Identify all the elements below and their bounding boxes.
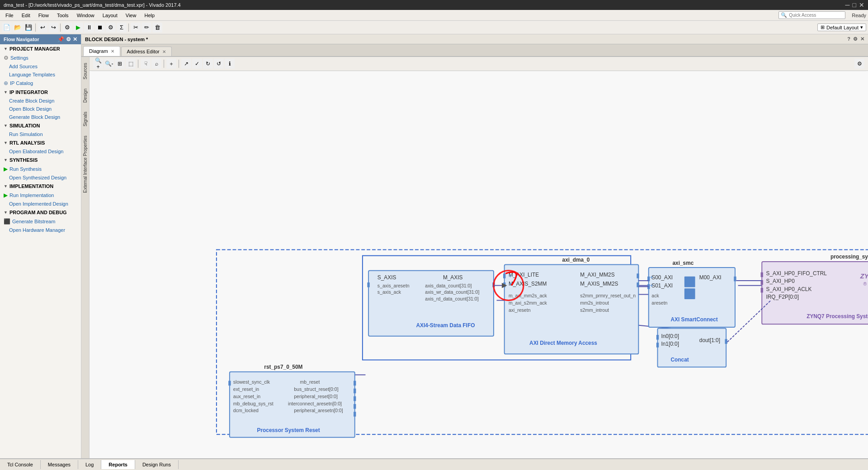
edit-btn[interactable]: ✏ bbox=[142, 23, 151, 33]
nav-run-impl-label: Run Implementation bbox=[9, 193, 54, 198]
nav-open-synthesized[interactable]: Open Synthesized Design bbox=[0, 174, 81, 182]
nav-run-synthesis[interactable]: ▶ Run Synthesis bbox=[0, 164, 81, 174]
wire-btn[interactable]: ↗ bbox=[181, 59, 191, 69]
stop-btn[interactable]: ⏹ bbox=[95, 23, 105, 33]
bottom-tab-reports[interactable]: Reports bbox=[101, 460, 135, 469]
nav-open-block-design[interactable]: Open Block Design bbox=[0, 105, 81, 113]
flow-nav-pin[interactable]: 📌 bbox=[57, 36, 64, 42]
nav-create-block-design[interactable]: Create Block Design bbox=[0, 97, 81, 105]
fit-btn[interactable]: ⊞ bbox=[115, 59, 125, 69]
bd-help-icon[interactable]: ? bbox=[847, 36, 850, 42]
add-ip-btn[interactable]: ＋ bbox=[166, 59, 176, 69]
zoom-in-btn[interactable]: 🔍+ bbox=[93, 59, 103, 69]
close-btn[interactable]: ✕ bbox=[859, 1, 864, 9]
window-controls: ─ □ ✕ bbox=[845, 1, 864, 9]
tab-address-editor-close[interactable]: ✕ bbox=[162, 49, 166, 54]
bottom-tab-messages[interactable]: Messages bbox=[41, 460, 78, 469]
nav-generate-block-design[interactable]: Generate Block Design bbox=[0, 113, 81, 121]
section-ip-integrator-header[interactable]: ▼ IP INTEGRATOR bbox=[0, 88, 81, 97]
diag-settings-btn[interactable]: ⚙ bbox=[854, 59, 864, 69]
bd-close-icon[interactable]: ✕ bbox=[860, 36, 864, 42]
save-btn[interactable]: 💾 bbox=[24, 23, 33, 33]
compile-btn[interactable]: ⚙ bbox=[62, 23, 72, 33]
svg-rect-37 bbox=[503, 273, 505, 278]
tab-diagram-label: Diagram bbox=[89, 48, 108, 54]
nav-add-sources[interactable]: Add Sources bbox=[0, 62, 81, 70]
side-tab-sources[interactable]: Sources bbox=[81, 59, 90, 84]
redo-btn[interactable]: ↪ bbox=[48, 23, 58, 33]
run-btn[interactable]: ▶ bbox=[73, 23, 83, 33]
settings-btn[interactable]: ⚙ bbox=[106, 23, 116, 33]
select-btn[interactable]: ⬚ bbox=[126, 59, 136, 69]
tab-diagram-close[interactable]: ✕ bbox=[111, 49, 114, 54]
svg-text:M_AXI_MM2S: M_AXI_MM2S bbox=[580, 272, 615, 278]
svg-rect-54 bbox=[734, 277, 736, 282]
section-project-manager-header[interactable]: ▼ PROJECT MANAGER bbox=[0, 44, 81, 53]
menu-layout[interactable]: Layout bbox=[99, 12, 121, 19]
zoom-out-btn[interactable]: 🔍- bbox=[104, 59, 114, 69]
menu-file[interactable]: File bbox=[2, 12, 17, 19]
bottom-tab-tcl[interactable]: Tcl Console bbox=[0, 460, 41, 469]
toolbar-sep-2 bbox=[60, 24, 61, 32]
side-tab-design[interactable]: Design bbox=[81, 85, 90, 107]
rotate-btn[interactable]: ↺ bbox=[214, 59, 224, 69]
tab-bar: Diagram ✕ Address Editor ✕ bbox=[81, 44, 868, 57]
nav-open-hardware-manager[interactable]: Open Hardware Manager bbox=[0, 226, 81, 234]
nav-open-elaborated[interactable]: Open Elaborated Design bbox=[0, 147, 81, 155]
diagram-canvas[interactable]: S_AXIS s_axis_aresetn s_axis_ack M_AXIS … bbox=[90, 71, 868, 458]
flow-nav-settings[interactable]: ⚙ bbox=[66, 36, 71, 42]
bd-header-controls: ? ⚙ ✕ bbox=[847, 36, 864, 42]
menu-tools[interactable]: Tools bbox=[53, 12, 72, 19]
menu-edit[interactable]: Edit bbox=[18, 12, 34, 19]
pause-btn[interactable]: ⏸ bbox=[84, 23, 94, 33]
info-btn[interactable]: ℹ bbox=[225, 59, 235, 69]
nav-settings[interactable]: ⚙ Settings bbox=[0, 53, 81, 62]
nav-run-implementation[interactable]: ▶ Run Implementation bbox=[0, 191, 81, 200]
section-rtl-analysis-header[interactable]: ▼ RTL ANALYSIS bbox=[0, 138, 81, 147]
new-btn[interactable]: 📄 bbox=[2, 23, 12, 33]
magnifier-btn[interactable]: ⌕ bbox=[151, 59, 161, 69]
section-program-debug-header[interactable]: ▼ PROGRAM AND DEBUG bbox=[0, 208, 81, 217]
tab-diagram[interactable]: Diagram ✕ bbox=[83, 46, 120, 56]
menu-window[interactable]: Window bbox=[73, 12, 98, 19]
triangle-icon: ▼ bbox=[4, 210, 8, 215]
validate-btn[interactable]: ✓ bbox=[192, 59, 202, 69]
diagram-toolbar: 🔍+ 🔍- ⊞ ⬚ ☟ ⌕ ＋ ↗ ✓ ↻ ↺ ℹ ⚙ bbox=[90, 57, 868, 71]
nav-open-implemented[interactable]: Open Implemented Design bbox=[0, 200, 81, 208]
layout-selector[interactable]: ⊞ Default Layout ▾ bbox=[817, 24, 866, 31]
hand-btn[interactable]: ☟ bbox=[141, 59, 151, 69]
nav-language-templates[interactable]: Language Templates bbox=[0, 70, 81, 79]
flow-nav-close[interactable]: ✕ bbox=[73, 36, 77, 42]
triangle-icon: ▼ bbox=[4, 90, 8, 94]
minimize-btn[interactable]: ─ bbox=[845, 1, 850, 9]
open-btn[interactable]: 📂 bbox=[13, 23, 23, 33]
bottom-panel: Tcl Console Messages Log Reports Design … bbox=[0, 458, 868, 470]
sum-btn[interactable]: Σ bbox=[117, 23, 127, 33]
block-design-header: BLOCK DESIGN - system * ? ⚙ ✕ bbox=[81, 34, 868, 44]
bd-settings-icon[interactable]: ⚙ bbox=[853, 36, 858, 42]
tab-address-editor[interactable]: Address Editor ✕ bbox=[121, 47, 172, 56]
refresh-btn[interactable]: ↻ bbox=[203, 59, 213, 69]
menu-help[interactable]: Help bbox=[141, 12, 158, 19]
svg-text:bus_struct_reset[0:0]: bus_struct_reset[0:0] bbox=[294, 386, 338, 392]
bottom-tab-log[interactable]: Log bbox=[78, 460, 101, 469]
section-synthesis-header[interactable]: ▼ SYNTHESIS bbox=[0, 155, 81, 164]
quick-access-search[interactable]: 🔍 bbox=[778, 11, 845, 19]
svg-text:axi_dma_0: axi_dma_0 bbox=[562, 257, 590, 263]
nav-run-simulation[interactable]: Run Simulation bbox=[0, 130, 81, 138]
nav-ip-catalog[interactable]: ⊕ IP Catalog bbox=[0, 79, 81, 88]
menu-view[interactable]: View bbox=[122, 12, 140, 19]
triangle-icon: ▼ bbox=[4, 158, 8, 162]
side-tab-signals[interactable]: Signals bbox=[81, 108, 90, 131]
del-btn[interactable]: 🗑 bbox=[152, 23, 162, 33]
section-implementation-header[interactable]: ▼ IMPLEMENTATION bbox=[0, 182, 81, 191]
menu-flow[interactable]: Flow bbox=[35, 12, 52, 19]
cut-btn[interactable]: ✂ bbox=[131, 23, 141, 33]
side-tab-ext-props[interactable]: External Interface Properties bbox=[81, 132, 90, 197]
nav-generate-bitstream[interactable]: ⬛ Generate Bitstream bbox=[0, 217, 81, 226]
undo-btn[interactable]: ↩ bbox=[38, 23, 47, 33]
bottom-tab-design-runs[interactable]: Design Runs bbox=[135, 460, 179, 469]
search-input[interactable] bbox=[789, 13, 843, 18]
section-simulation-header[interactable]: ▼ SIMULATION bbox=[0, 121, 81, 130]
maximize-btn[interactable]: □ bbox=[853, 1, 856, 9]
